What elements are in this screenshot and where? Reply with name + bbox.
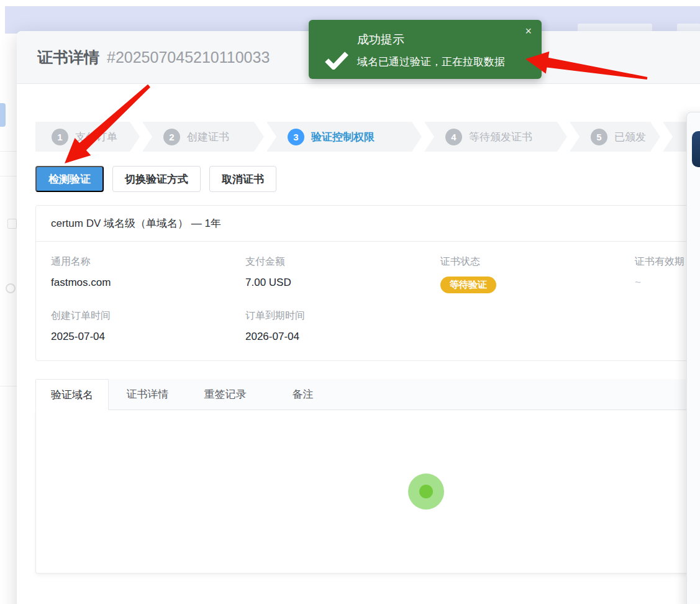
toast-message: 域名已通过验证，正在拉取数据 xyxy=(357,55,505,69)
toast-title: 成功提示 xyxy=(357,32,404,48)
close-icon[interactable]: × xyxy=(525,25,532,37)
background-row-divider xyxy=(0,386,17,387)
field-order-created: 创建订单时间 2025-07-04 xyxy=(51,309,245,343)
check-icon xyxy=(325,51,348,70)
tab-cert-detail[interactable]: 证书详情 xyxy=(109,379,186,410)
loading-spinner-icon xyxy=(408,474,444,510)
screen: 证书详情 #202507045210110033 1 支付订单 2 创建证书 3… xyxy=(0,0,700,604)
tab-remarks[interactable]: 备注 xyxy=(264,379,342,410)
field-common-name: 通用名称 fastmos.com xyxy=(51,255,245,293)
step-wait-issue: 4 等待颁发证书 xyxy=(424,122,567,152)
tab-content-loading xyxy=(35,410,700,574)
background-row-divider xyxy=(0,176,17,176)
action-button-row: 检测验证 切换验证方式 取消证书 xyxy=(35,166,276,192)
side-panel-fragment xyxy=(686,112,700,604)
modal-title: 证书详情 xyxy=(37,47,99,68)
field-order-expiry: 订单到期时间 2026-07-04 xyxy=(245,309,440,343)
switch-verification-method-button[interactable]: 切换验证方式 xyxy=(112,166,201,192)
check-verification-button[interactable]: 检测验证 xyxy=(35,166,104,192)
background-search-icon-fragment xyxy=(6,283,16,293)
background-row-divider xyxy=(0,151,17,152)
cancel-certificate-button[interactable]: 取消证书 xyxy=(209,166,276,192)
tab-reissue-log[interactable]: 重签记录 xyxy=(186,379,264,410)
success-toast: 成功提示 域名已通过验证，正在拉取数据 × xyxy=(309,20,542,79)
status-badge: 等待验证 xyxy=(440,277,496,293)
loading-spinner-dot xyxy=(419,485,433,498)
step-wizard: 1 支付订单 2 创建证书 3 验证控制权限 4 等待颁发证书 5 已颁发 xyxy=(35,122,700,152)
order-info-card: certum DV 域名级（单域名） — 1年 通用名称 fastmos.com… xyxy=(35,205,700,361)
background-text-fragment xyxy=(7,219,17,229)
order-info-grid: 通用名称 fastmos.com 支付金额 7.00 USD 证书状态 等待验证… xyxy=(36,242,700,360)
step-issued: 5 已颁发 xyxy=(570,122,660,152)
certificate-detail-modal: 证书详情 #202507045210110033 1 支付订单 2 创建证书 3… xyxy=(17,31,700,604)
step-number-badge: 3 xyxy=(288,129,304,145)
step-number-badge: 2 xyxy=(163,129,180,145)
step-number-badge: 1 xyxy=(52,129,68,145)
detail-tabs: 验证域名 证书详情 重签记录 备注 xyxy=(35,379,700,574)
side-panel-button-fragment[interactable] xyxy=(692,131,700,167)
step-number-badge: 5 xyxy=(591,129,607,145)
field-cert-status: 证书状态 等待验证 xyxy=(440,255,635,293)
step-pay-order: 1 支付订单 xyxy=(35,122,140,152)
product-title: certum DV 域名级（单域名） — 1年 xyxy=(36,206,700,242)
order-number: #202507045210110033 xyxy=(107,48,270,66)
background-blue-button-fragment xyxy=(0,103,6,127)
tab-verify-domain[interactable]: 验证域名 xyxy=(35,379,109,410)
step-number-badge: 4 xyxy=(445,129,462,145)
step-verify-control: 3 验证控制权限 xyxy=(266,122,422,152)
tab-bar: 验证域名 证书详情 重签记录 备注 xyxy=(35,379,700,410)
field-paid-amount: 支付金额 7.00 USD xyxy=(245,255,440,293)
step-create-cert: 2 创建证书 xyxy=(142,122,264,152)
